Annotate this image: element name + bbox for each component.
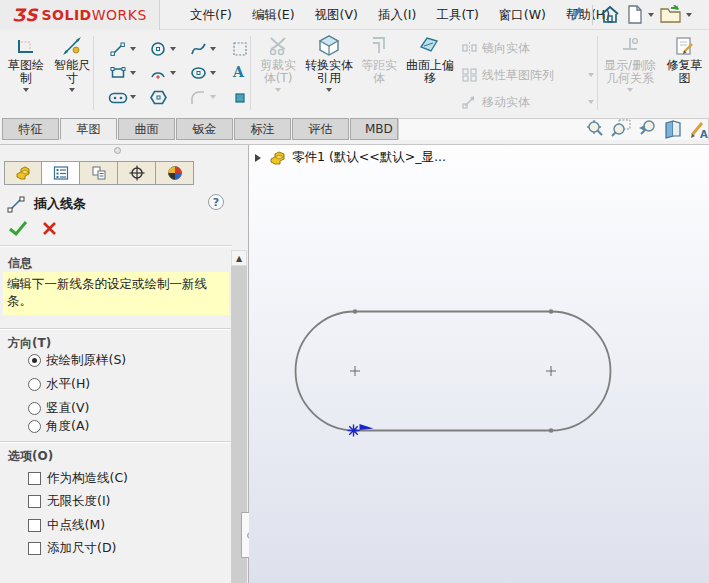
message-box: 编辑下一新线条的设定或绘制一新线条。 xyxy=(3,272,229,315)
offset-on-surface-button[interactable]: 曲面上偏移 xyxy=(404,34,456,114)
slot-icon[interactable] xyxy=(108,91,128,105)
menu-file[interactable]: 文件(F) xyxy=(180,0,242,30)
ellipse-icon[interactable] xyxy=(190,65,207,81)
menu-edit[interactable]: 编辑(E) xyxy=(242,0,305,30)
repair-sketch-button[interactable]: 修复草图 xyxy=(660,34,709,114)
text-icon[interactable]: A xyxy=(233,64,244,80)
annotation-view-icon[interactable]: A xyxy=(689,119,709,139)
checkbox[interactable] xyxy=(28,472,41,485)
section-view-icon[interactable] xyxy=(663,119,683,139)
smart-dimension-label: 智能尺寸 xyxy=(50,59,94,85)
panel-grip-icon[interactable] xyxy=(114,147,121,154)
previous-view-icon[interactable] xyxy=(637,119,657,139)
section-divider xyxy=(0,328,232,330)
zoom-area-icon[interactable] xyxy=(611,119,631,139)
menu-tools[interactable]: 工具(T) xyxy=(426,0,488,30)
feature-tree-root[interactable]: 零件1 (默认<<默认>_显... xyxy=(255,149,446,166)
slot-caret[interactable] xyxy=(130,95,136,99)
propertymanager-tab-icon xyxy=(53,165,69,181)
sketch-button-caret[interactable] xyxy=(23,88,29,92)
home-icon[interactable] xyxy=(600,5,620,24)
radio-angle[interactable]: 角度(A) xyxy=(28,418,89,434)
sketch-button-label: 草图绘制 xyxy=(4,59,48,85)
new-document-icon[interactable] xyxy=(628,5,643,24)
menu-insert[interactable]: 插入(I) xyxy=(368,0,426,30)
expand-arrow-icon[interactable] xyxy=(255,154,261,162)
fillet-icon[interactable] xyxy=(190,90,206,106)
arc-icon[interactable] xyxy=(150,65,166,81)
brand-bold: SOLID xyxy=(41,7,91,23)
line-icon[interactable] xyxy=(110,41,126,57)
smart-dimension-caret[interactable] xyxy=(69,88,75,92)
open-document-caret[interactable] xyxy=(686,13,692,17)
linear-pattern-icon xyxy=(462,68,478,82)
brand-text: SOLIDWORKS xyxy=(41,7,146,23)
viewport[interactable]: 零件1 (默认<<默认>_显... xyxy=(249,145,709,583)
point-icon[interactable] xyxy=(235,93,245,103)
configurationmanager-tab[interactable] xyxy=(80,161,118,185)
ellipse-caret[interactable] xyxy=(210,71,216,75)
tab-mbd[interactable]: MBD xyxy=(350,118,398,140)
sketch-button[interactable]: 草图绘制 xyxy=(2,34,50,114)
dimxpertmanager-tab[interactable] xyxy=(118,161,156,185)
polygon-icon[interactable] xyxy=(150,89,167,106)
check-construction-line[interactable]: 作为构造线(C) xyxy=(28,470,128,486)
radio-button[interactable] xyxy=(28,354,41,367)
tab-sheet-metal[interactable]: 钣金 xyxy=(176,118,233,140)
displaymanager-tab[interactable] xyxy=(156,161,194,185)
menu-window[interactable]: 窗口(W) xyxy=(489,0,556,30)
cancel-icon[interactable] xyxy=(42,221,57,236)
checkbox[interactable] xyxy=(28,519,41,532)
check-infinite-length[interactable]: 无限长度(I) xyxy=(28,493,110,509)
checkbox[interactable] xyxy=(28,495,41,508)
trim-label: 剪裁实体(T) xyxy=(256,59,300,85)
rectangle-caret[interactable] xyxy=(130,71,136,75)
radio-as-sketched[interactable]: 按绘制原样(S) xyxy=(28,352,126,368)
radio-button[interactable] xyxy=(28,402,41,415)
checkbox[interactable] xyxy=(28,542,41,555)
circle-icon[interactable] xyxy=(150,41,166,57)
pin-icon[interactable] xyxy=(570,5,586,23)
toolbar-separator xyxy=(93,36,94,110)
menu-view[interactable]: 视图(V) xyxy=(305,0,368,30)
ok-icon[interactable] xyxy=(8,219,28,237)
radio-button[interactable] xyxy=(28,420,41,433)
arc-caret[interactable] xyxy=(170,71,176,75)
circle-caret[interactable] xyxy=(170,47,176,51)
convert-entities-caret[interactable] xyxy=(326,88,332,92)
propertymanager-tab[interactable] xyxy=(42,161,80,185)
convert-entities-button[interactable]: 转换实体引用 xyxy=(303,34,355,114)
rectangle-icon[interactable] xyxy=(110,65,126,81)
convert-entities-label: 转换实体引用 xyxy=(305,59,353,85)
tab-evaluate[interactable]: 评估 xyxy=(292,118,349,140)
sketch-canvas[interactable] xyxy=(249,145,709,583)
radio-horizontal[interactable]: 水平(H) xyxy=(28,376,90,392)
tab-features[interactable]: 特征 xyxy=(2,118,59,140)
tab-sketch[interactable]: 草图 xyxy=(60,118,117,140)
tab-surfaces[interactable]: 曲面 xyxy=(118,118,175,140)
lasso-select-icon[interactable] xyxy=(232,41,248,57)
radio-button[interactable] xyxy=(28,378,41,391)
message-section-header: 信息 xyxy=(8,255,32,272)
smart-dimension-button[interactable]: 智能尺寸 xyxy=(48,34,96,114)
move-entities-caret xyxy=(588,100,594,104)
zoom-fit-icon[interactable] xyxy=(585,119,605,139)
confirm-row xyxy=(8,219,57,237)
open-folder-icon[interactable] xyxy=(660,5,682,24)
spline-icon[interactable] xyxy=(190,41,207,57)
featuremanager-tab[interactable] xyxy=(4,161,42,185)
offset-entities-label: 等距实体 xyxy=(357,59,401,85)
menu-bar: 文件(F) 编辑(E) 视图(V) 插入(I) 工具(T) 窗口(W) 帮助(H… xyxy=(180,0,620,30)
scroll-up-icon[interactable]: ▲ xyxy=(231,250,247,266)
spline-caret[interactable] xyxy=(210,47,216,51)
configurationmanager-tab-icon xyxy=(91,165,107,181)
title-bar: ƷS SOLIDWORKS 文件(F) 编辑(E) 视图(V) 插入(I) 工具… xyxy=(0,0,709,30)
commandmanager-tabs: 特征 草图 曲面 钣金 标注 评估 MBD A xyxy=(0,118,709,144)
line-caret[interactable] xyxy=(130,47,136,51)
check-midpoint-line[interactable]: 中点线(M) xyxy=(28,517,105,533)
radio-vertical[interactable]: 竖直(V) xyxy=(28,400,89,416)
check-add-dimensions[interactable]: 添加尺寸(D) xyxy=(28,540,116,556)
tab-annotations[interactable]: 标注 xyxy=(234,118,291,140)
help-icon[interactable]: ? xyxy=(208,194,224,210)
new-document-caret[interactable] xyxy=(648,13,654,17)
